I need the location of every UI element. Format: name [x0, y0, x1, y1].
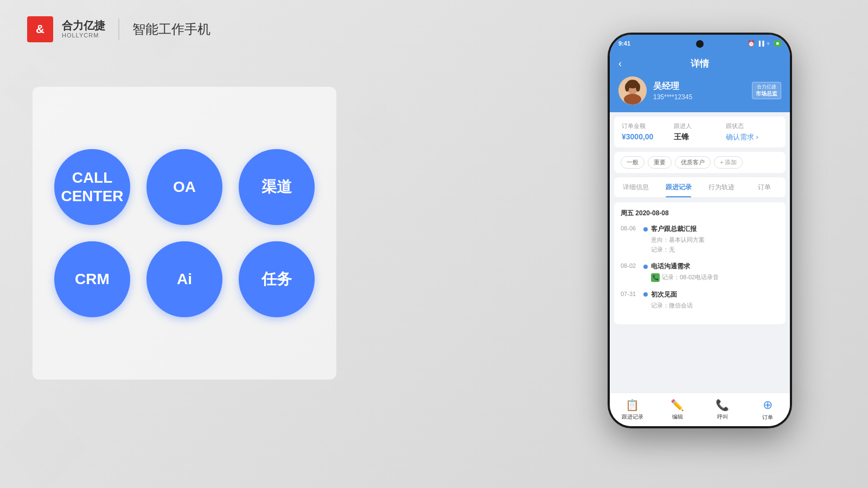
edit-icon: ✏️	[671, 399, 684, 412]
tab-details[interactable]: 详细信息	[614, 177, 657, 197]
nav-follow-record[interactable]: 📋 跟进记录	[610, 399, 655, 421]
wifi-icon: ᯤ	[767, 41, 772, 47]
page-title: 详情	[691, 57, 709, 70]
order-value: ¥3000,00	[622, 132, 674, 141]
timeline-item-3: 07-31 初次见面 记录：微信会话	[621, 290, 779, 311]
tl-dot-3	[643, 292, 648, 297]
bottom-nav: 📋 跟进记录 ✏️ 编辑 📞 呼叫 ⊕ 订单	[610, 393, 790, 426]
icon-grid: CALLCENTER OA 渠道 CRM Ai 任务	[54, 149, 315, 317]
logo-en: HOLLYCRM	[62, 32, 105, 39]
app-header-top: ‹ 详情	[618, 57, 781, 70]
icon-call-center[interactable]: CALLCENTER	[54, 149, 130, 225]
contact-phone: 135****12345	[653, 93, 745, 101]
timeline-item-1: 08-06 客户跟总裁汇报 意向：基本认同方案 记录：无	[621, 224, 779, 254]
icon-task[interactable]: 任务	[239, 241, 315, 317]
follower-value: 王锋	[674, 132, 726, 142]
avatar-image	[618, 76, 647, 105]
tab-bar: 详细信息 跟进记录 行为轨迹 订单	[614, 177, 786, 198]
tl-title-row-2: 电话沟通需求	[643, 262, 779, 271]
nav-call[interactable]: 📞 呼叫	[700, 399, 745, 421]
logo-icon: &	[27, 16, 53, 42]
tl-content-3: 初次见面 记录：微信会话	[643, 290, 779, 311]
tl-sub-1: 意向：基本认同方案	[643, 235, 779, 245]
tag-premium[interactable]: 优质客户	[675, 156, 711, 169]
company-name: 合力亿捷	[756, 84, 777, 91]
back-button[interactable]: ‹	[618, 58, 622, 69]
alarm-icon: ⏰	[748, 40, 755, 47]
tl-dot-2	[643, 265, 648, 269]
phone-notch	[696, 40, 704, 48]
phone-screen: 9:41 ⏰ ▐▐ ᯤ ■ ‹ 详情	[610, 35, 790, 426]
tl-dot-1	[643, 227, 648, 232]
follow-record-icon: 📋	[626, 399, 639, 412]
battery-icon: ■	[774, 40, 781, 47]
tl-title-1: 客户跟总裁汇报	[651, 224, 697, 234]
contact-name: 吴经理	[653, 81, 745, 92]
timeline-date: 周五 2020-08-08	[621, 209, 779, 218]
header-divider	[118, 18, 119, 40]
logo-text: 合力亿捷 HOLLYCRM	[62, 19, 105, 39]
icon-channel[interactable]: 渠道	[239, 149, 315, 225]
contact-info: 吴经理 135****12345 合力亿捷 市场总监	[618, 76, 781, 105]
tl-date-2: 08-02	[621, 262, 639, 282]
svg-point-5	[625, 83, 629, 92]
header: & 合力亿捷 HOLLYCRM 智能工作手机	[27, 16, 210, 42]
call-icon: 📞	[716, 399, 729, 412]
tl-content-2: 电话沟通需求 📞 记录：08-02电话录音	[643, 262, 779, 282]
stat-follower: 跟进人 王锋	[674, 122, 726, 142]
tl-sub-3: 记录：微信会话	[643, 301, 779, 311]
tl-sub-2-text: 记录：08-02电话录音	[662, 273, 719, 282]
stat-order: 订单金额 ¥3000,00	[622, 122, 674, 142]
svg-point-6	[636, 83, 640, 92]
timeline-section: 周五 2020-08-08 08-06 客户跟总裁汇报 意向：基本认同方案 记录…	[614, 202, 786, 324]
nav-edit[interactable]: ✏️ 编辑	[655, 399, 700, 421]
svg-point-2	[624, 94, 641, 105]
date-header: 周五 2020-08-08	[621, 209, 669, 217]
tag-important[interactable]: 重要	[648, 156, 672, 169]
nav-follow-label: 跟进记录	[622, 413, 643, 421]
tl-sub-2: 📞 记录：08-02电话录音	[643, 273, 779, 282]
tl-content-1: 客户跟总裁汇报 意向：基本认同方案 记录：无	[643, 224, 779, 254]
tl-date-3: 07-31	[621, 290, 639, 311]
logo-symbol: &	[36, 22, 44, 36]
feature-panel: CALLCENTER OA 渠道 CRM Ai 任务	[33, 87, 336, 380]
status-icons: ⏰ ▐▐ ᯤ ■	[748, 40, 781, 47]
tab-follow-record[interactable]: 跟进记录	[657, 177, 700, 197]
signal-icon: ▐▐	[757, 41, 764, 46]
stats-row: 订单金额 ¥3000,00 跟进人 王锋 跟状态 确认需求 ›	[622, 122, 778, 142]
tab-order[interactable]: 订单	[743, 177, 786, 197]
order-label: 订单金额	[622, 122, 674, 130]
stat-status: 跟状态 确认需求 ›	[726, 122, 778, 142]
nav-order[interactable]: ⊕ 订单	[745, 398, 790, 421]
order-icon: ⊕	[763, 398, 773, 412]
timeline-item-2: 08-02 电话沟通需求 📞 记录：08-02电话录音	[621, 262, 779, 282]
tl-title-row-3: 初次见面	[643, 290, 779, 299]
app-header: ‹ 详情	[610, 52, 790, 112]
icon-oa[interactable]: OA	[146, 149, 222, 225]
tl-title-3: 初次见面	[651, 290, 677, 299]
icon-crm[interactable]: CRM	[54, 241, 130, 317]
tagline: 智能工作手机	[132, 21, 210, 38]
tag-add-button[interactable]: + 添加	[714, 156, 743, 169]
status-value[interactable]: 确认需求 ›	[726, 132, 778, 142]
nav-edit-label: 编辑	[672, 413, 683, 421]
tl-title-2: 电话沟通需求	[651, 262, 690, 271]
status-label: 跟状态	[726, 122, 778, 130]
contact-details: 吴经理 135****12345	[653, 81, 745, 101]
phone-mockup: 9:41 ⏰ ▐▐ ᯤ ■ ‹ 详情	[608, 33, 792, 428]
tab-behavior[interactable]: 行为轨迹	[700, 177, 743, 197]
follower-label: 跟进人	[674, 122, 726, 130]
phone-body: 9:41 ⏰ ▐▐ ᯤ ■ ‹ 详情	[608, 33, 792, 428]
tl-title-row-1: 客户跟总裁汇报	[643, 224, 779, 234]
contact-position: 市场总监	[756, 90, 777, 98]
status-time: 9:41	[618, 40, 630, 47]
logo-cn: 合力亿捷	[62, 19, 105, 32]
content-area: 订单金额 ¥3000,00 跟进人 王锋 跟状态 确认需求 ›	[610, 112, 790, 393]
company-badge: 合力亿捷 市场总监	[752, 82, 781, 100]
icon-ai[interactable]: Ai	[146, 241, 222, 317]
nav-order-label: 订单	[762, 414, 773, 421]
avatar	[618, 76, 647, 105]
phone-record-icon: 📞	[651, 273, 660, 282]
tl-sub-1b: 记录：无	[643, 245, 779, 255]
tag-general[interactable]: 一般	[621, 156, 644, 169]
